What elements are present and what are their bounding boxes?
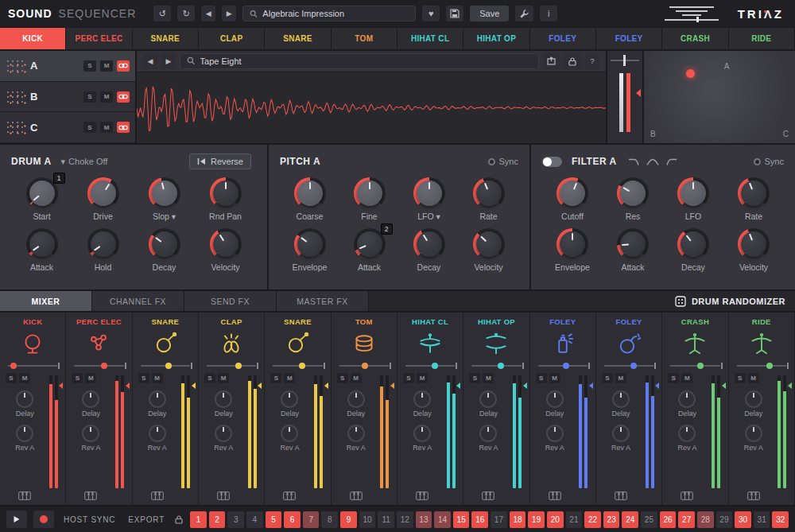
drum-knob[interactable] [149, 177, 180, 209]
step-cell[interactable]: 8 [321, 511, 338, 528]
prev-sample-button[interactable]: ◀ [143, 53, 157, 69]
pitch-knob[interactable] [473, 228, 505, 260]
solo-button[interactable]: S [337, 373, 348, 383]
drum-knob[interactable] [87, 228, 119, 260]
keyboard-icon[interactable] [350, 491, 363, 500]
slider-handle[interactable] [498, 363, 504, 369]
meter-marker[interactable] [387, 382, 394, 389]
mute-button[interactable]: M [681, 373, 692, 383]
delay-send-knob[interactable] [546, 390, 564, 408]
keyboard-icon[interactable] [84, 491, 97, 500]
filter-knob[interactable] [738, 228, 770, 260]
drum-pad[interactable]: RIDE [729, 28, 795, 49]
step-cell[interactable]: 28 [697, 511, 714, 528]
record-button[interactable] [33, 511, 54, 528]
reverse-button[interactable]: Reverse [189, 153, 251, 169]
delay-send-knob[interactable] [479, 390, 497, 408]
step-cell[interactable]: 23 [603, 511, 620, 528]
xy-cursor[interactable] [686, 69, 695, 78]
sample-search[interactable] [180, 53, 539, 69]
pitch-knob[interactable] [294, 177, 326, 209]
delay-send-knob[interactable] [413, 390, 431, 408]
reverb-send-knob[interactable] [479, 425, 497, 442]
step-cell[interactable]: 27 [678, 511, 695, 528]
reverb-send-knob[interactable] [281, 425, 298, 442]
step-cell[interactable]: 2 [209, 511, 226, 528]
filter-knob[interactable] [677, 177, 709, 209]
filter-knob[interactable] [677, 228, 709, 260]
step-cell[interactable]: 24 [622, 511, 638, 528]
slider-handle[interactable] [766, 363, 773, 369]
slider-handle[interactable] [101, 363, 107, 369]
channel-volume-slider[interactable] [74, 361, 123, 371]
layer-solo-button[interactable]: S [83, 60, 96, 72]
drum-knob[interactable]: 1 [26, 177, 58, 209]
mute-button[interactable]: M [417, 373, 428, 383]
pitch-knob[interactable] [413, 177, 445, 209]
drum-knob[interactable] [210, 228, 242, 260]
next-preset-button[interactable]: ▶ [222, 6, 236, 21]
reverb-send-knob[interactable] [149, 425, 166, 442]
mute-button[interactable]: M [483, 373, 494, 383]
xy-pad[interactable]: A B C [644, 51, 795, 143]
mute-button[interactable]: M [284, 373, 295, 383]
pitch-knob[interactable] [354, 177, 386, 209]
delay-send-knob[interactable] [745, 390, 762, 408]
pitch-sync-toggle[interactable]: Sync [488, 157, 518, 166]
keyboard-icon[interactable] [615, 491, 627, 500]
step-cell[interactable]: 18 [510, 511, 526, 528]
highpass-icon[interactable] [665, 157, 677, 166]
step-cell[interactable]: 19 [528, 511, 545, 528]
sequencer-title[interactable]: SEQUENCER [59, 7, 137, 20]
reverb-send-knob[interactable] [413, 425, 431, 442]
step-cell[interactable]: 32 [772, 511, 789, 528]
channel-volume-slider[interactable] [604, 361, 653, 371]
drum-pad[interactable]: SNARE [265, 28, 331, 49]
mute-button[interactable]: M [85, 373, 96, 383]
step-cell[interactable]: 13 [416, 511, 432, 528]
keyboard-icon[interactable] [18, 491, 31, 500]
reverb-send-knob[interactable] [546, 425, 564, 442]
step-cell[interactable]: 14 [434, 511, 451, 528]
meter-marker[interactable] [188, 382, 196, 389]
sample-gain-slider[interactable] [607, 51, 642, 70]
slider-handle[interactable] [432, 363, 438, 369]
solo-button[interactable]: S [469, 373, 480, 383]
pitch-knob[interactable]: 2 [354, 228, 386, 260]
prev-preset-button[interactable]: ◀ [201, 6, 215, 21]
drum-pad[interactable]: HIHAT OP [463, 28, 529, 49]
delay-send-knob[interactable] [82, 390, 99, 408]
redo-button[interactable]: ↻ [177, 6, 195, 21]
layer-link-button[interactable] [117, 91, 130, 103]
delay-send-knob[interactable] [612, 390, 630, 408]
drum-pad[interactable]: TOM [332, 28, 398, 49]
export-button[interactable]: EXPORT [125, 515, 168, 524]
meter-marker[interactable] [122, 382, 130, 389]
solo-button[interactable]: S [270, 373, 281, 383]
reverb-send-knob[interactable] [16, 425, 33, 442]
step-cell[interactable]: 29 [716, 511, 733, 528]
slider-handle[interactable] [235, 363, 242, 369]
preset-search[interactable] [242, 6, 416, 21]
drum-pad[interactable]: FOLEY [596, 28, 662, 49]
layer-link-button[interactable] [117, 60, 130, 72]
channel-volume-slider[interactable] [538, 361, 588, 371]
bandpass-icon[interactable] [646, 157, 659, 166]
slider-handle[interactable] [299, 363, 305, 369]
meter-marker[interactable] [632, 89, 641, 97]
mute-button[interactable]: M [19, 373, 30, 383]
step-cell[interactable]: 12 [397, 511, 413, 528]
keyboard-icon[interactable] [482, 491, 494, 500]
mixer-tab[interactable]: SEND FX [184, 291, 277, 311]
reverb-send-knob[interactable] [347, 425, 365, 442]
solo-button[interactable]: S [602, 373, 613, 383]
channel-volume-slider[interactable] [339, 361, 389, 371]
delay-send-knob[interactable] [149, 390, 166, 408]
step-cell[interactable]: 25 [641, 511, 657, 528]
slider-handle[interactable] [630, 363, 637, 369]
layer-mute-button[interactable]: M [100, 60, 113, 72]
channel-volume-slider[interactable] [8, 361, 57, 371]
reverb-send-knob[interactable] [215, 425, 232, 442]
step-cell[interactable]: 21 [566, 511, 583, 528]
step-cell[interactable]: 16 [471, 511, 488, 528]
